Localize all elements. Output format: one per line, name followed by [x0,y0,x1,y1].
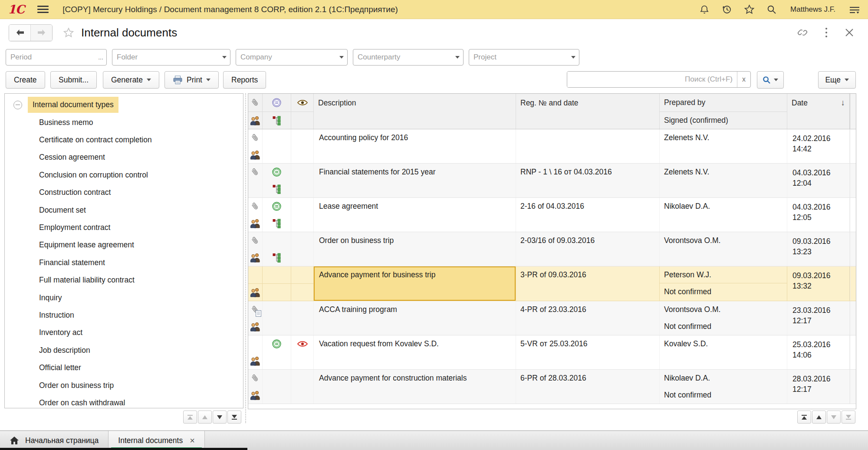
row-cell-description[interactable]: Vacation request from Kovalev S.D. [314,335,516,369]
counterparty-input[interactable] [353,49,452,65]
tree-root-label[interactable]: Internal document types [28,97,118,113]
go-prev-button[interactable] [812,411,826,424]
table-row[interactable]: Accounting policy for 2016 Zelenets N.V.… [248,129,856,164]
global-search-icon[interactable] [766,4,777,15]
row-cell-viewed[interactable] [291,335,314,369]
favorites-star-icon[interactable] [744,4,755,15]
dropdown-caret-icon[interactable] [219,49,230,65]
row-cell-status[interactable] [263,164,291,197]
main-menu-icon[interactable] [37,4,49,15]
row-cell-status[interactable] [263,129,291,163]
row-cell-viewed[interactable] [291,198,314,232]
scrollbar-track[interactable] [850,112,856,129]
row-cell-reg[interactable]: RNP - 1 \ 16 от 04.03.2016 [516,164,660,197]
table-row[interactable]: Financial statements for 2015 year RNP -… [248,164,856,198]
row-cell-reg[interactable]: 3-PR of 09.03.2016 [516,266,660,301]
create-button[interactable]: Create [6,71,45,89]
search-input[interactable] [567,72,737,87]
go-last-button[interactable] [842,411,855,424]
row-cell-reg[interactable]: 6-PR of 28.03.2016 [516,370,660,404]
row-cell-status[interactable] [263,370,291,404]
row-cell-description[interactable]: Advance payment for construction materia… [314,370,516,404]
submit-button[interactable]: Submit... [50,71,97,89]
row-cell-reg[interactable] [516,129,660,163]
table-row[interactable]: Vacation request from Kovalev S.D. 5-VR … [248,335,856,370]
service-menu-icon[interactable] [849,5,860,14]
tab-internal-documents[interactable]: Internal documents × [108,431,205,450]
panel-splitter[interactable] [245,93,246,423]
go-first-button[interactable] [797,411,811,424]
column-participants[interactable] [248,112,263,129]
row-cell-attachment[interactable] [248,232,263,266]
go-first-button[interactable] [183,411,197,424]
column-attachment[interactable] [248,94,263,112]
row-cell-viewed[interactable] [291,301,314,335]
tree-item[interactable]: Document set [5,201,243,219]
close-form-icon[interactable] [845,28,854,37]
row-cell-attachment[interactable] [248,164,263,197]
row-cell-prepared[interactable]: Vorontsova O.M. [660,232,787,266]
tree-item[interactable]: Order on cash withdrawal [5,394,243,408]
row-cell-status[interactable] [263,335,291,369]
row-cell-date[interactable]: 04.03.2016 12:05 [787,198,850,232]
more-actions-kebab-icon[interactable] [825,27,828,38]
row-cell-prepared[interactable]: Kovalev S.D. [660,335,787,369]
row-cell-viewed[interactable] [291,232,314,266]
search-button[interactable] [757,71,784,89]
forward-button[interactable] [31,25,52,41]
table-row[interactable]: Advance payment for construction materia… [248,370,856,404]
tree-item[interactable]: Business memo [5,114,243,131]
project-input[interactable] [469,49,568,65]
tree-item[interactable]: Inquiry [5,289,243,306]
row-cell-description[interactable]: Lease agreement [314,198,516,232]
tree-item[interactable]: Employment contract [5,219,243,236]
row-cell-prepared[interactable]: Zelenets N.V. [660,129,787,163]
tab-home[interactable]: Начальная страница [0,431,108,450]
column-reg[interactable]: Reg. № and date [516,94,660,112]
row-cell-attachment[interactable] [248,198,263,232]
tree-item[interactable]: Full material liability contract [5,272,243,289]
row-cell-date[interactable]: 09.03.2016 13:23 [787,232,850,266]
row-cell-viewed[interactable] [291,370,314,404]
generate-button[interactable]: Generate [103,71,159,89]
column-viewed[interactable] [291,94,314,112]
tree-item[interactable]: Instruction [5,306,243,324]
row-cell-status[interactable] [263,198,291,232]
row-cell-prepared[interactable]: Vorontsova O.M. Not confirmed [660,301,787,335]
row-cell-description[interactable]: ACCA training program [314,301,516,335]
row-cell-status[interactable] [263,232,291,266]
more-button[interactable]: Еще [818,71,856,89]
search-clear-button[interactable]: x [737,72,750,87]
go-last-button[interactable] [227,411,241,424]
table-row[interactable]: ACCA training program 4-PR of 23.03.2016… [248,301,856,335]
row-cell-reg[interactable]: 2-03/16 of 09.03.2016 [516,232,660,266]
tree-item[interactable]: Financial statement [5,254,243,271]
row-cell-viewed[interactable] [291,129,314,163]
back-button[interactable] [9,25,31,41]
row-cell-reg[interactable]: 5-VR от 25.03.2016 [516,335,660,369]
go-next-button[interactable] [827,411,841,424]
column-org-structure[interactable] [263,112,291,129]
column-description[interactable]: Description [314,94,516,112]
row-cell-date[interactable]: 09.03.2016 13:32 [787,266,850,301]
column-status[interactable] [263,94,291,112]
row-cell-attachment[interactable] [248,370,263,404]
tree-item[interactable]: Equipment lease agreement [5,236,243,254]
row-cell-description[interactable]: Accounting policy for 2016 [314,129,516,163]
row-cell-description[interactable]: Financial statements for 2015 year [314,164,516,197]
tree-item[interactable]: Job description [5,342,243,359]
row-cell-attachment[interactable] [248,335,263,369]
tree-item[interactable]: Certificate on contract completion [5,131,243,148]
company-input[interactable] [236,49,336,65]
row-cell-attachment[interactable] [248,301,263,335]
tree-item[interactable]: Official letter [5,359,243,376]
get-link-icon[interactable] [797,27,808,38]
table-row[interactable]: Order on business trip 2-03/16 of 09.03.… [248,232,856,266]
row-cell-viewed[interactable] [291,266,314,301]
period-choose-button[interactable]: ... [95,49,106,65]
go-next-button[interactable] [213,411,227,424]
collapse-icon[interactable] [13,101,22,109]
tree-item[interactable]: Cession agreement [5,149,243,166]
row-cell-prepared[interactable]: Peterson W.J. Not confirmed [660,266,787,301]
row-cell-attachment[interactable] [248,129,263,163]
